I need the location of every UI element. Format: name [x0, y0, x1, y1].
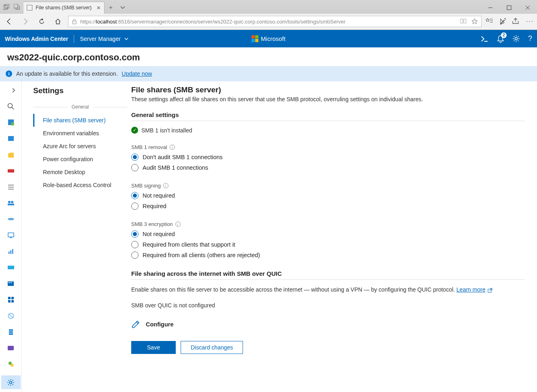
microsoft-label: Microsoft: [261, 35, 286, 42]
rail-search[interactable]: [5, 102, 17, 111]
settings-icon[interactable]: [512, 35, 520, 43]
rail-tool-4[interactable]: [5, 166, 17, 176]
svg-rect-42: [9, 329, 13, 331]
sidebar-item-azure-arc[interactable]: Azure Arc for servers: [33, 140, 127, 153]
favorites-list-icon[interactable]: [486, 18, 493, 25]
sidebar-item-file-shares[interactable]: File shares (SMB server): [33, 114, 127, 127]
window-popout-icon[interactable]: [13, 3, 21, 11]
header-divider: [74, 35, 74, 43]
svg-rect-39: [11, 300, 14, 303]
smb3-enc-opt1[interactable]: Not required: [131, 229, 525, 239]
svg-rect-37: [11, 297, 14, 299]
rail-tool-15[interactable]: [5, 343, 17, 353]
rail-tool-11[interactable]: [5, 279, 17, 288]
smb3-enc-opt2-label: Required from clients that support it: [143, 241, 235, 248]
rail-tool-10[interactable]: [5, 263, 17, 273]
home-button[interactable]: [52, 15, 64, 28]
rail-settings[interactable]: [1, 375, 21, 389]
app-brand[interactable]: Windows Admin Center: [5, 36, 68, 42]
smb3-enc-label: SMB 3 encryption: [131, 221, 173, 227]
notifications-button[interactable]: 2: [497, 35, 504, 43]
rail-tool-12[interactable]: [5, 295, 17, 305]
rail-tool-14[interactable]: [5, 327, 17, 337]
notes-icon[interactable]: [499, 18, 506, 25]
powershell-icon[interactable]: [481, 36, 489, 42]
rail-tool-9[interactable]: [5, 247, 17, 256]
svg-rect-19: [8, 169, 14, 173]
rail-tool-6[interactable]: [5, 198, 17, 208]
tab-dropdown-button[interactable]: [117, 2, 129, 14]
smb-signing-opt2-label: Required: [143, 203, 166, 209]
check-icon: ✓: [131, 127, 138, 134]
breadcrumb-label: Server Manager: [80, 36, 120, 42]
svg-rect-36: [8, 297, 11, 299]
help-icon[interactable]: ?: [528, 34, 532, 43]
smb-signing-label: SMB signing: [131, 183, 161, 189]
more-icon[interactable]: ···: [526, 18, 534, 25]
svg-rect-8: [460, 19, 463, 23]
sidebar-item-power[interactable]: Power configuration: [33, 153, 127, 166]
main-title: File shares (SMB server): [131, 85, 525, 94]
rail-tool-7[interactable]: [5, 214, 17, 224]
quic-learn-more[interactable]: Learn more: [456, 286, 486, 293]
sidebar-item-remote-desktop[interactable]: Remote Desktop: [33, 166, 127, 179]
configure-button[interactable]: Configure: [131, 320, 525, 329]
svg-point-26: [8, 218, 14, 220]
back-button[interactable]: [3, 15, 15, 28]
update-now-link[interactable]: Update now: [122, 70, 152, 77]
url-protocol: https://: [80, 19, 96, 25]
share-icon[interactable]: [512, 18, 520, 25]
radio-icon: [131, 241, 139, 248]
smb1-removal-opt1[interactable]: Don't audit SMB 1 connections: [131, 152, 525, 162]
info-icon[interactable]: i: [175, 222, 181, 227]
smb3-enc-opt1-label: Not required: [143, 231, 175, 237]
svg-point-23: [8, 201, 11, 203]
maximize-button[interactable]: [500, 2, 518, 14]
reading-view-icon[interactable]: [460, 18, 467, 25]
rail-tool-16[interactable]: [5, 359, 17, 369]
smb1-removal-opt2[interactable]: Audit SMB 1 connections: [131, 162, 525, 173]
smb3-enc-opt2[interactable]: Required from clients that support it: [131, 239, 525, 250]
info-icon: i: [6, 70, 12, 77]
rail-tool-13[interactable]: [5, 311, 17, 321]
save-button[interactable]: Save: [131, 341, 176, 354]
forward-button[interactable]: [19, 15, 32, 28]
rail-tool-2[interactable]: [5, 134, 17, 143]
smb-signing-opt2[interactable]: Required: [131, 201, 525, 211]
refresh-button[interactable]: [36, 15, 48, 28]
rail-tool-1[interactable]: [5, 118, 17, 128]
favorite-icon[interactable]: [471, 18, 478, 25]
svg-point-47: [11, 364, 13, 367]
smb-signing-opt1[interactable]: Not required: [131, 190, 525, 201]
close-window-button[interactable]: [518, 2, 537, 14]
rail-tool-5[interactable]: [5, 182, 17, 192]
svg-rect-4: [507, 6, 511, 10]
breadcrumb[interactable]: Server Manager: [80, 36, 128, 42]
new-tab-button[interactable]: ＋: [104, 2, 117, 14]
radio-icon: [131, 251, 139, 259]
window-group-icon[interactable]: [2, 3, 11, 11]
sidebar-item-rbac[interactable]: Role-based Access Control: [33, 179, 127, 192]
external-link-icon: [486, 287, 492, 293]
smb3-enc-opt3[interactable]: Required from all clients (others are re…: [131, 250, 525, 260]
svg-rect-29: [9, 251, 10, 254]
browser-tab[interactable]: File shares (SMB server) ✕: [23, 2, 104, 14]
rail-collapse[interactable]: [8, 85, 19, 95]
svg-rect-27: [8, 233, 14, 237]
url-host: localhost: [96, 19, 117, 25]
minimize-button[interactable]: [481, 2, 500, 14]
radio-selected-icon: [131, 153, 139, 161]
info-icon[interactable]: i: [163, 183, 168, 188]
svg-rect-38: [8, 300, 11, 303]
configure-label: Configure: [146, 321, 173, 328]
address-bar[interactable]: https://localhost:6516/servermanager/con…: [68, 16, 482, 27]
radio-icon: [131, 202, 139, 210]
close-tab-icon[interactable]: ✕: [96, 5, 101, 11]
microsoft-logo: Microsoft: [251, 35, 286, 42]
discard-button[interactable]: Discard changes: [181, 341, 243, 354]
info-icon[interactable]: i: [170, 145, 175, 150]
rail-tool-8[interactable]: [5, 230, 17, 240]
rail-tool-3[interactable]: [5, 150, 17, 160]
sidebar-item-env-vars[interactable]: Environment variables: [33, 127, 127, 140]
svg-rect-0: [3, 5, 7, 9]
